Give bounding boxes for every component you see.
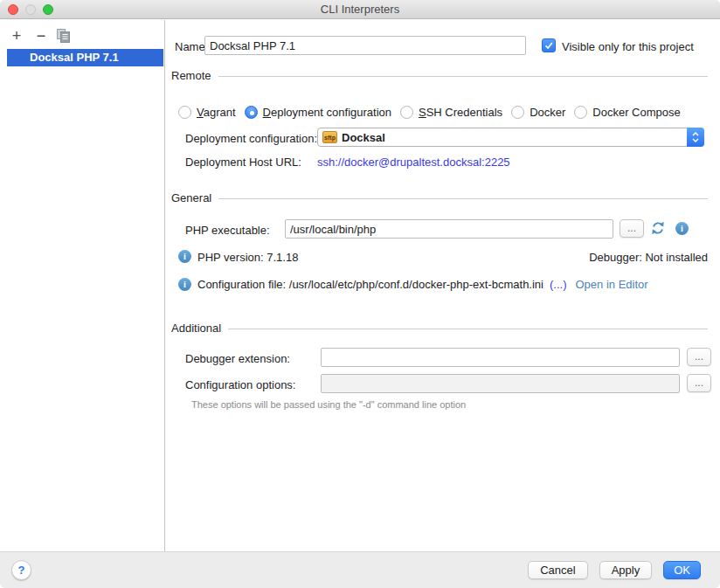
visible-project-label: Visible only for this project (562, 40, 694, 53)
radio-docker-compose[interactable]: Docker Compose (574, 106, 680, 119)
deployment-configuration-label: Deployment configuration: (185, 132, 317, 145)
close-button[interactable] (8, 4, 18, 15)
deployment-configuration-value: Docksal (342, 131, 385, 144)
minimize-button (25, 4, 36, 15)
php-executable-browse-button[interactable]: ... (620, 219, 644, 238)
sftp-icon: sftp (322, 131, 337, 143)
configuration-file-text: Configuration file: /usr/local/etc/php/c… (197, 278, 543, 291)
radio-docker[interactable]: Docker (511, 106, 565, 119)
info-icon: i (178, 250, 191, 263)
chevron-up-down-icon (691, 130, 700, 144)
check-icon (543, 40, 554, 51)
deployment-host-url-label: Deployment Host URL: (185, 156, 301, 169)
php-version-text: PHP version: 7.1.18 (197, 251, 298, 264)
php-executable-input[interactable] (285, 219, 613, 239)
name-label: Name: (175, 40, 208, 53)
section-divider (228, 329, 708, 329)
zoom-button[interactable] (43, 4, 53, 15)
debugger-extension-label: Debugger extension: (185, 352, 290, 365)
debugger-status-text: Debugger: Not installed (589, 251, 708, 264)
combobox-stepper[interactable] (687, 128, 704, 147)
configuration-options-browse-button[interactable]: ... (687, 374, 711, 392)
php-executable-label: PHP executable: (185, 224, 270, 237)
help-button[interactable]: ? (11, 560, 31, 580)
interpreters-sidebar: + − Docksal PHP 7.1 (0, 20, 165, 551)
remove-interpreter-button[interactable]: − (31, 26, 51, 45)
configuration-options-input[interactable] (321, 374, 680, 393)
section-remote: Remote (171, 69, 708, 82)
remote-type-radios: Vagrant Deployment configuration SSH Cre… (178, 104, 720, 120)
list-item-interpreter[interactable]: Docksal PHP 7.1 (7, 49, 163, 66)
options-hint-text: These options will be passed using the "… (191, 399, 466, 410)
radio-icon (400, 106, 413, 119)
radio-icon (511, 106, 524, 119)
section-additional-label: Additional (171, 322, 221, 335)
section-remote-label: Remote (171, 69, 211, 82)
name-input[interactable] (204, 36, 526, 55)
radio-ssh-credentials[interactable]: SSH Credentials (400, 106, 502, 119)
debugger-extension-input[interactable] (321, 348, 680, 367)
reload-icon[interactable] (650, 220, 666, 239)
open-in-editor-link[interactable]: Open in Editor (575, 278, 647, 291)
info-icon[interactable]: i (675, 222, 689, 235)
cancel-button[interactable]: Cancel (528, 561, 587, 579)
deployment-host-url-value: ssh://docker@drupaltest.docksal:2225 (317, 156, 510, 169)
configuration-options-label: Configuration options: (185, 378, 295, 391)
cli-interpreters-dialog: CLI Interpreters + − Docksal PHP 7.1 Nam… (0, 0, 720, 588)
section-divider (218, 76, 708, 77)
window-title: CLI Interpreters (0, 0, 720, 19)
deployment-configuration-select[interactable]: sftp Docksal (317, 128, 704, 147)
visible-project-checkbox[interactable] (542, 38, 556, 52)
ok-button[interactable]: OK (663, 561, 701, 579)
radio-icon (178, 106, 191, 119)
info-icon: i (178, 278, 191, 291)
apply-button[interactable]: Apply (599, 561, 653, 579)
radio-icon (574, 106, 587, 119)
dialog-footer: ? Cancel Apply OK (0, 551, 720, 588)
configuration-file-row: i Configuration file: /usr/local/etc/php… (178, 278, 720, 291)
section-general-label: General (171, 191, 211, 204)
traffic-lights (8, 4, 53, 15)
radio-icon (245, 106, 258, 119)
copy-interpreter-icon[interactable] (56, 29, 72, 43)
radio-vagrant[interactable]: Vagrant (178, 106, 236, 119)
radio-deployment-configuration[interactable]: Deployment configuration (245, 106, 391, 119)
section-divider (218, 198, 708, 199)
section-general: General (171, 191, 708, 204)
show-full-path-link[interactable]: (...) (550, 278, 567, 291)
section-additional: Additional (171, 322, 708, 335)
add-interpreter-button[interactable]: + (7, 26, 26, 45)
footer-buttons: Cancel Apply OK (528, 561, 701, 579)
title-bar: CLI Interpreters (0, 0, 720, 19)
debugger-extension-browse-button[interactable]: ... (687, 348, 711, 366)
